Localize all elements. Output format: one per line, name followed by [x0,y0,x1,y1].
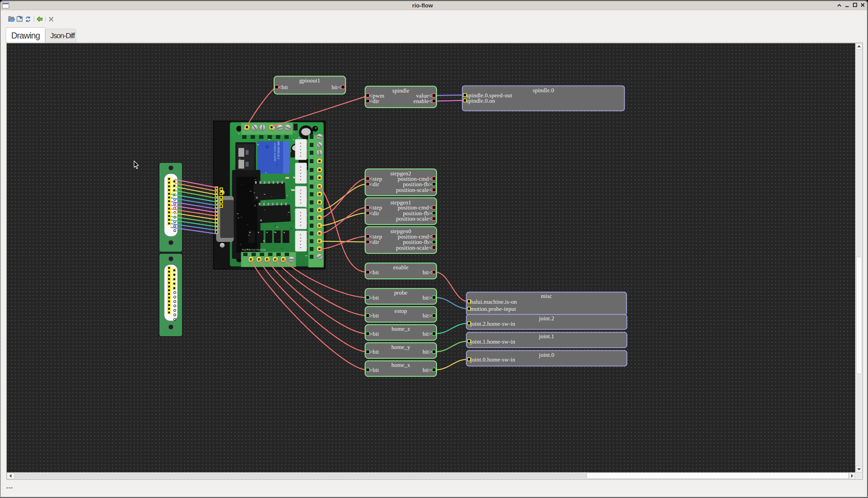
svg-text:joint.2: joint.2 [539,315,554,322]
svg-text:bit>: bit> [423,349,432,355]
svg-text:gpioout1: gpioout1 [299,77,320,84]
svg-text:>bit: >bit [370,331,379,337]
svg-text:joint.1: joint.1 [539,333,554,340]
svg-text:joint.2.home-sw-in: joint.2.home-sw-in [470,320,516,327]
svg-text:misc: misc [541,293,552,299]
svg-text:joint.0: joint.0 [539,352,554,358]
svg-text:probe: probe [394,290,408,296]
svg-text:10A 250VAC 10A 30VDC: 10A 250VAC 10A 30VDC [274,143,276,161]
svg-text:home_x: home_x [391,362,410,368]
svg-text:bit>: bit> [423,331,432,337]
svg-text:home_y: home_y [391,344,410,350]
svg-text:motion.probe-input: motion.probe-input [470,306,516,312]
svg-text:SRD-05VDC-SL-C: SRD-05VDC-SL-C [277,141,280,159]
svg-text:spindle.0.on: spindle.0.on [466,97,495,104]
svg-text:P10 P11 P12 P13 P15: P10 P11 P12 P13 P15 [242,249,266,251]
svg-text:<bit: <bit [278,84,288,91]
svg-text:>bit: >bit [370,294,379,301]
svg-text:>bit: >bit [370,313,379,319]
svg-text:joint.1.home-sw-in: joint.1.home-sw-in [470,339,516,345]
svg-text:>bit: >bit [370,349,379,355]
svg-text:enable: enable [393,264,409,271]
svg-text:bit<: bit< [423,269,432,276]
svg-text:>bit: >bit [370,367,379,374]
svg-text:bit>: bit> [423,367,432,374]
svg-text:spindle: spindle [392,88,409,94]
svg-text:<dir: <dir [370,181,379,187]
svg-text:position-scale<: position-scale< [396,245,432,251]
svg-text:estop: estop [395,308,407,314]
svg-text:home_z: home_z [391,326,410,332]
svg-text:<bit: <bit [370,269,379,276]
svg-text:bit>: bit> [423,313,432,319]
svg-text:<dir: <dir [370,210,379,217]
svg-text:position-scale<: position-scale< [396,215,432,222]
svg-text:enable<: enable< [413,98,432,104]
svg-text:spindle.0: spindle.0 [533,87,554,94]
svg-text:<dir: <dir [370,239,379,245]
svg-text:<dir: <dir [370,98,379,104]
svg-text:bit>: bit> [423,294,432,301]
svg-text:halui.machine.is-on: halui.machine.is-on [470,299,517,305]
svg-text:joint.0.home-sw-in: joint.0.home-sw-in [470,356,516,363]
svg-text:position-scale<: position-scale< [396,187,432,193]
svg-text:bit<: bit< [332,84,341,91]
